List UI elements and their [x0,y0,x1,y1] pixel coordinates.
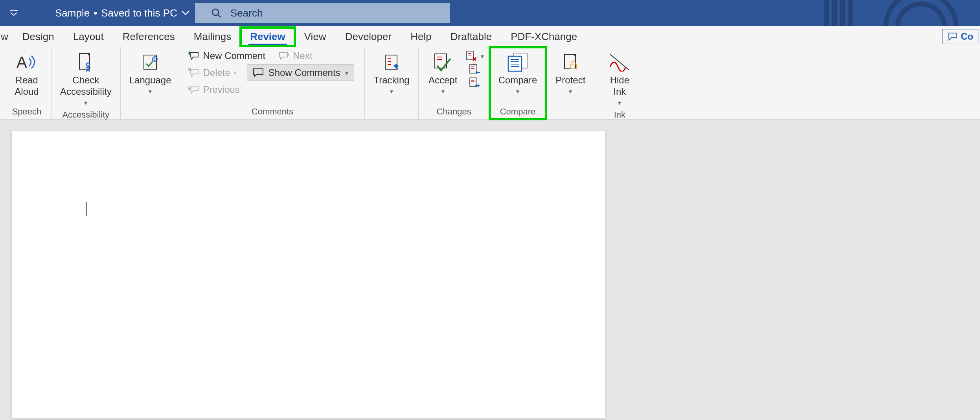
group-accessibility-label: Accessibility [57,108,115,122]
previous-change-button[interactable] [469,64,481,76]
accept-button[interactable]: Accept ▾ [424,50,462,97]
svg-rect-11 [470,78,477,87]
search-icon [211,7,222,18]
comments-button-partial[interactable]: Co [942,29,978,44]
chevron-down-icon: ▾ [516,88,519,95]
tab-mailings[interactable]: Mailings [184,28,241,46]
check-accessibility-button[interactable]: Check Accessibility ▾ [57,50,115,108]
svg-point-2 [897,4,945,26]
delete-comment-label: Delete [203,67,230,78]
compare-label: Compare [498,75,537,86]
language-button[interactable]: Language ▾ [126,50,175,97]
new-comment-button[interactable]: New Comment [186,50,268,62]
chevron-down-icon: ▾ [234,69,237,77]
next-change-icon [469,77,481,89]
group-protect: Protect ▾ [546,47,595,119]
titlebar-decoration [823,0,980,26]
previous-comment-icon [188,85,200,95]
tab-view[interactable]: View [295,28,336,46]
svg-rect-14 [564,55,575,69]
svg-rect-9 [467,51,474,60]
group-language: Language ▾ [121,47,180,119]
tab-design[interactable]: Design [13,28,64,46]
read-aloud-label: Read Aloud [15,75,39,98]
hide-ink-button[interactable]: Hide Ink ▾ [601,50,638,108]
reject-button[interactable]: ▾ [466,50,484,62]
search-box[interactable]: Search [195,3,450,23]
group-tracking: Tracking ▾ [365,47,418,119]
document-filename: Sample [55,7,90,19]
chevron-down-icon: ▾ [618,99,621,107]
accessibility-icon [75,51,96,73]
svg-rect-5 [144,55,156,69]
title-bar: Sample • Saved to this PC Search [0,0,980,26]
group-tracking-label [370,105,412,119]
svg-point-0 [212,9,219,15]
chevron-down-icon [181,10,190,16]
tab-partial-left[interactable]: w [0,28,13,46]
chevron-down-icon: ▾ [84,99,87,107]
qat-dropdown[interactable] [8,7,20,19]
chevron-down-icon: ▾ [441,88,445,95]
group-comments: New Comment Next Delete ▾ Show Comments … [180,47,365,119]
comments-button-label: Co [961,31,973,42]
document-page[interactable] [12,131,605,418]
tracking-icon [382,51,401,73]
group-speech-label: Speech [8,105,46,119]
accept-label: Accept [428,75,457,86]
protect-button[interactable]: Protect ▾ [552,50,589,97]
delete-comment-icon [188,68,200,78]
language-icon [140,51,160,73]
read-aloud-button[interactable]: A Read Aloud [8,50,46,99]
protect-icon [561,51,579,73]
chevron-down-icon: ▾ [481,53,484,60]
group-ink: Hide Ink ▾ Ink [595,47,644,119]
svg-rect-10 [470,64,477,73]
new-comment-icon [188,51,200,61]
previous-comment-label: Previous [203,84,239,95]
group-compare-label: Compare [495,105,541,119]
group-changes-label: Changes [424,105,484,119]
group-compare: Compare ▾ Compare [490,47,546,119]
next-comment-icon [278,51,290,61]
compare-button[interactable]: Compare ▾ [495,50,541,97]
previous-comment-button: Previous [186,83,242,96]
new-comment-label: New Comment [203,50,265,61]
tab-layout[interactable]: Layout [64,28,113,46]
ribbon-edge [644,47,646,119]
document-title-area[interactable]: Sample • Saved to this PC [55,7,190,19]
ink-icon [609,51,631,73]
previous-change-icon [469,64,481,76]
tab-developer[interactable]: Developer [336,28,401,46]
next-change-button[interactable] [469,77,481,89]
accept-icon [432,51,454,73]
protect-label: Protect [555,75,585,86]
show-comments-button[interactable]: Show Comments ▾ [247,64,354,81]
group-comments-label: Comments [186,105,359,119]
chevron-down-icon: ▾ [345,69,348,77]
tracking-button[interactable]: Tracking ▾ [370,50,412,97]
ribbon: A Read Aloud Speech Check Accessibility … [0,47,980,120]
tab-help[interactable]: Help [401,28,441,46]
next-comment-label: Next [293,50,312,61]
svg-point-4 [86,63,90,66]
show-comments-label: Show Comments [268,67,340,78]
search-placeholder: Search [230,7,263,19]
tab-references[interactable]: References [113,28,184,46]
delete-comment-button: Delete ▾ [186,66,239,79]
tab-pdf-xchange[interactable]: PDF-XChange [501,28,587,46]
tab-review[interactable]: Review [241,28,295,46]
group-protect-label [552,105,589,119]
chevron-down-icon: ▾ [149,88,152,95]
hide-ink-label: Hide Ink [610,75,629,98]
group-language-label [126,105,175,119]
reject-icon [466,50,478,62]
ribbon-tabs: w Design Layout References Mailings Revi… [0,26,980,47]
save-status: Saved to this PC [101,7,177,19]
comment-icon [947,32,958,41]
tab-draftable[interactable]: Draftable [441,28,502,46]
group-changes: Accept ▾ ▾ Changes [419,47,490,119]
chevron-down-icon: ▾ [390,88,393,95]
check-accessibility-label: Check Accessibility [60,75,112,98]
text-cursor [86,202,87,216]
